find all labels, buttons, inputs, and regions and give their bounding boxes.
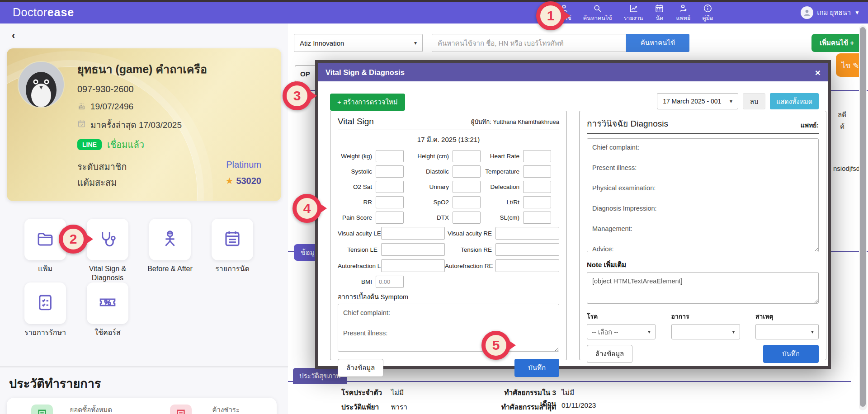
- vital-field-label: RR: [338, 199, 376, 206]
- nav-item-reports[interactable]: รายงาน: [624, 4, 643, 22]
- line-badge: LINE: [77, 139, 102, 150]
- shortcut-before-after[interactable]: Before & After: [139, 219, 201, 273]
- vital-fields-grid: Weight (kg) Height (cm) Heart Rate Systo…: [338, 150, 559, 224]
- save-diagnosis-button[interactable]: บันทึก: [763, 345, 819, 363]
- background-text-fragment: nsiodjfsd: [833, 165, 860, 172]
- vital-field-input[interactable]: [381, 227, 445, 240]
- vital-field-label: Tension LE: [338, 246, 381, 253]
- total-purchases-stat: ยอดซื้อทั้งหมด 1,839,159.00: [7, 405, 142, 414]
- vital-field-input[interactable]: [376, 212, 404, 224]
- vital-field-input[interactable]: [495, 259, 559, 272]
- vital-field-input[interactable]: [495, 227, 559, 240]
- clear-data-button[interactable]: ล้างข้อมูล: [338, 359, 383, 377]
- nav-item-manual[interactable]: คู่มือ: [702, 4, 713, 22]
- symptom-select[interactable]: ▾: [671, 324, 740, 339]
- add-patient-button[interactable]: เพิ่มคนไข้ +: [811, 34, 862, 52]
- appointment-list-icon: [223, 229, 242, 250]
- nav-item-appointments[interactable]: นัด: [655, 4, 664, 22]
- star-icon: ★: [225, 176, 233, 186]
- vital-field-label: Visual acuity RE: [445, 230, 495, 237]
- shortcut-use-course[interactable]: ใช้คอร์ส: [76, 282, 139, 337]
- health-history-row: โรคประจำตัว ไม่มี ทำศัลยกรรมใน 3 เดือน ไ…: [288, 387, 868, 401]
- user-menu[interactable]: เกม ยุทธนา ▼: [801, 6, 860, 19]
- chevron-down-icon: ▾: [732, 329, 735, 335]
- vital-field-input[interactable]: [376, 196, 404, 208]
- vital-field-input[interactable]: [523, 196, 551, 208]
- shortcut-treatments[interactable]: รายการรักษา: [14, 282, 76, 337]
- vital-field-input[interactable]: [523, 150, 551, 162]
- health-label: ทำศัลยกรรมล่าสุด: [487, 401, 556, 413]
- app-logo: Doctorease: [13, 6, 74, 19]
- vital-field-input[interactable]: [453, 150, 481, 162]
- vital-field-input[interactable]: [453, 181, 481, 193]
- health-value: 01/11/2023: [561, 401, 596, 409]
- navbar: Doctorease คนไข้ ค้นหาคนไข้ รายงาน นัด แ…: [0, 2, 868, 24]
- treatment-list-icon: [36, 293, 55, 314]
- member-level-value: Platinum: [226, 160, 261, 174]
- cause-label: สาเหตุ: [755, 311, 819, 321]
- vital-wide-row: Tension LE Tension RE: [338, 243, 559, 256]
- calendar-icon: [655, 4, 664, 15]
- vital-field-row: RR SpO2 Lt/Rt: [338, 196, 559, 208]
- vital-field-input[interactable]: [523, 181, 551, 193]
- vital-field-row: O2 Sat Urinary Defecation: [338, 181, 559, 193]
- doctor-label: แพทย์:: [801, 120, 819, 130]
- symptom-textarea[interactable]: Chief complaint: Present illness:: [338, 304, 559, 352]
- create-new-exam-button[interactable]: + สร้างการตรวจใหม่: [330, 94, 405, 111]
- delete-button[interactable]: ลบ: [743, 93, 765, 109]
- modal-header: Vital Sign & Diagnosis ×: [318, 63, 828, 81]
- vital-field-input[interactable]: [453, 165, 481, 178]
- chevron-down-icon: ▼: [854, 9, 860, 16]
- vital-field-input[interactable]: [453, 196, 481, 208]
- cause-select[interactable]: ▾: [755, 324, 819, 339]
- scrollbar-thumb[interactable]: [860, 27, 866, 407]
- back-button[interactable]: ‹: [12, 30, 15, 42]
- scrollbar-track[interactable]: [859, 25, 867, 410]
- clinic-select[interactable]: Atiz Innovation ▾: [294, 34, 423, 52]
- vital-field-input[interactable]: [376, 165, 404, 178]
- disease-select[interactable]: -- เลือก -- ▾: [587, 324, 656, 339]
- clear-data-button[interactable]: ล้างข้อมูล: [587, 345, 632, 363]
- save-vital-button[interactable]: บันทึก: [514, 359, 559, 377]
- vital-field-input[interactable]: [376, 181, 404, 193]
- patient-card: ยุทธนา (game) คำถาเครือ 097-930-2600 19/…: [7, 48, 281, 201]
- search-patient-button[interactable]: ค้นหาคนไข้: [626, 34, 689, 52]
- points-value: ★53020: [225, 175, 261, 190]
- shortcut-appointments[interactable]: รายการนัด: [201, 219, 264, 273]
- outstanding-label: ค้างชำระ: [203, 405, 249, 414]
- vital-field-input[interactable]: [495, 243, 559, 256]
- vital-field-input[interactable]: [523, 212, 551, 224]
- person-icon: [160, 229, 179, 250]
- vital-field-input[interactable]: [453, 212, 481, 224]
- diagnosis-selects: โรค -- เลือก -- ▾ อาการ ▾ สาเหตุ ▾: [587, 311, 819, 339]
- patient-last-visit: มาครั้งล่าสุด 17/03/2025: [90, 118, 182, 132]
- vital-field-input[interactable]: [381, 259, 445, 272]
- user-avatar: [801, 6, 813, 19]
- vital-field-input[interactable]: [376, 150, 404, 162]
- window-top-strip: [0, 0, 868, 2]
- note-textarea[interactable]: [object HTMLTextAreaElement]: [587, 272, 819, 304]
- show-all-button[interactable]: แสดงทั้งหมด: [770, 93, 819, 109]
- folder-icon: [36, 229, 55, 250]
- patient-search-input[interactable]: [432, 34, 626, 52]
- nav-item-doctors[interactable]: แพทย์: [676, 4, 690, 22]
- close-icon[interactable]: ×: [815, 68, 821, 77]
- bmi-input[interactable]: [376, 276, 404, 288]
- opd-tab-partial[interactable]: OP: [295, 65, 317, 82]
- diagnosis-textarea[interactable]: Chief complaint: Present illness: Physic…: [587, 138, 819, 252]
- annotation-pin-1: 1: [536, 1, 565, 30]
- vital-field-input[interactable]: [523, 165, 551, 178]
- diagnosis-panel: การวินิจฉัย Diagnosis แพทย์: Chief compl…: [579, 111, 826, 360]
- health-tab-underline: [288, 381, 851, 382]
- stethoscope-icon: [98, 229, 117, 250]
- report-icon: [629, 4, 638, 15]
- vital-field-input[interactable]: [381, 243, 445, 256]
- history-title: ประวัติทำรายการ: [9, 374, 101, 393]
- annotation-pin-3: 3: [283, 81, 311, 110]
- health-value: พารา: [391, 401, 407, 413]
- note-label: Note เพิ่มเติม: [587, 259, 819, 270]
- member-level-label: ระดับสมาชิก: [77, 160, 127, 174]
- visit-date-select[interactable]: 17 March 2025 - 001 ▾: [657, 93, 738, 109]
- nav-item-search-patient[interactable]: ค้นหาคนไข้: [583, 4, 612, 22]
- vital-field-row: Weight (kg) Height (cm) Heart Rate: [338, 150, 559, 162]
